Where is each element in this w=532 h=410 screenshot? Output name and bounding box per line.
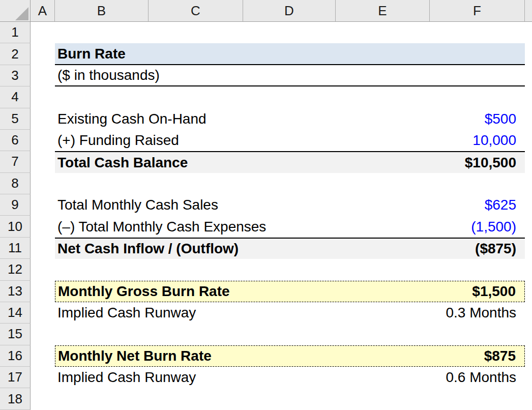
row-header-9[interactable]: 9: [0, 194, 31, 216]
spreadsheet: ABCDEF 123456789101112131415161718 Burn …: [0, 0, 532, 410]
row-header-14[interactable]: 14: [0, 302, 31, 324]
cell-B13-label[interactable]: Monthly Gross Burn Rate: [55, 283, 230, 300]
cell-F10-value[interactable]: (1,500): [471, 219, 525, 235]
column-header-D[interactable]: D: [243, 0, 336, 22]
cell-B2-label[interactable]: Burn Rate: [55, 46, 126, 62]
cell-F5-value[interactable]: $500: [485, 111, 525, 127]
row-3-cells[interactable]: ($ in thousands): [55, 65, 525, 86]
cell-F9-value[interactable]: $625: [485, 197, 525, 213]
cell-B9-label[interactable]: Total Monthly Cash Sales: [55, 197, 218, 213]
row-5-cells[interactable]: Existing Cash On-Hand$500: [55, 108, 525, 130]
cell-B16-label[interactable]: Monthly Net Burn Rate: [55, 348, 212, 364]
cell-B10-label[interactable]: (–) Total Monthly Cash Expenses: [55, 219, 266, 235]
row-2-cells[interactable]: Burn Rate: [55, 43, 525, 65]
row-header-10[interactable]: 10: [0, 216, 31, 237]
column-header-clipped[interactable]: [525, 0, 532, 22]
row-header-4[interactable]: 4: [0, 86, 31, 108]
cell-B14-label[interactable]: Implied Cash Runway: [55, 305, 196, 321]
cell-F6-value[interactable]: 10,000: [472, 132, 525, 149]
cell-B17-label[interactable]: Implied Cash Runway: [55, 369, 196, 386]
select-all-corner[interactable]: [0, 0, 31, 22]
row-header-3[interactable]: 3: [0, 65, 31, 86]
row-7-cells[interactable]: Total Cash Balance$10,500: [55, 151, 525, 172]
cell-F11-value[interactable]: ($875): [475, 241, 525, 257]
column-header-A[interactable]: A: [31, 0, 55, 22]
cell-F7-value[interactable]: $10,500: [465, 155, 525, 171]
row-10-cells[interactable]: (–) Total Monthly Cash Expenses(1,500): [55, 216, 525, 238]
cell-B6-label[interactable]: (+) Funding Raised: [55, 132, 179, 149]
column-headers: ABCDEF: [31, 0, 532, 22]
row-header-8[interactable]: 8: [0, 173, 31, 194]
row-11-cells[interactable]: Net Cash Inflow / (Outflow)($875): [55, 238, 525, 259]
row-header-7[interactable]: 7: [0, 151, 31, 172]
row-header-16[interactable]: 16: [0, 345, 31, 367]
cell-F13-value[interactable]: $1,500: [472, 283, 524, 300]
row-header-5[interactable]: 5: [0, 108, 31, 130]
row-header-18[interactable]: 18: [0, 388, 31, 409]
column-header-E[interactable]: E: [336, 0, 430, 22]
cell-B7-label[interactable]: Total Cash Balance: [55, 155, 188, 171]
row-header-17[interactable]: 17: [0, 367, 31, 388]
row-header-13[interactable]: 13: [0, 281, 31, 302]
row-headers: 123456789101112131415161718: [0, 22, 31, 410]
row-header-1[interactable]: 1: [0, 22, 31, 43]
row-header-11[interactable]: 11: [0, 238, 31, 259]
row-17-cells[interactable]: Implied Cash Runway0.6 Months: [55, 367, 525, 388]
cell-F14-value[interactable]: 0.3 Months: [446, 305, 525, 321]
row-header-12[interactable]: 12: [0, 259, 31, 280]
row-13-cells[interactable]: Monthly Gross Burn Rate$1,500: [55, 281, 525, 302]
row-9-cells[interactable]: Total Monthly Cash Sales$625: [55, 194, 525, 216]
grid-body: Burn Rate($ in thousands)Existing Cash O…: [31, 22, 532, 410]
cell-F17-value[interactable]: 0.6 Months: [446, 369, 525, 386]
column-header-C[interactable]: C: [149, 0, 243, 22]
row-header-2[interactable]: 2: [0, 43, 31, 65]
cell-F16-value[interactable]: $875: [484, 348, 524, 364]
row-6-cells[interactable]: (+) Funding Raised10,000: [55, 130, 525, 151]
row-header-15[interactable]: 15: [0, 324, 31, 345]
row-header-6[interactable]: 6: [0, 130, 31, 151]
column-header-F[interactable]: F: [430, 0, 525, 22]
cell-B5-label[interactable]: Existing Cash On-Hand: [55, 111, 206, 127]
cell-B3-label[interactable]: ($ in thousands): [55, 67, 160, 83]
select-all-triangle-icon: [15, 7, 28, 20]
row-14-cells[interactable]: Implied Cash Runway0.3 Months: [55, 302, 525, 324]
column-header-B[interactable]: B: [55, 0, 149, 22]
cell-B11-label[interactable]: Net Cash Inflow / (Outflow): [55, 241, 239, 257]
row-16-cells[interactable]: Monthly Net Burn Rate$875: [55, 345, 525, 367]
